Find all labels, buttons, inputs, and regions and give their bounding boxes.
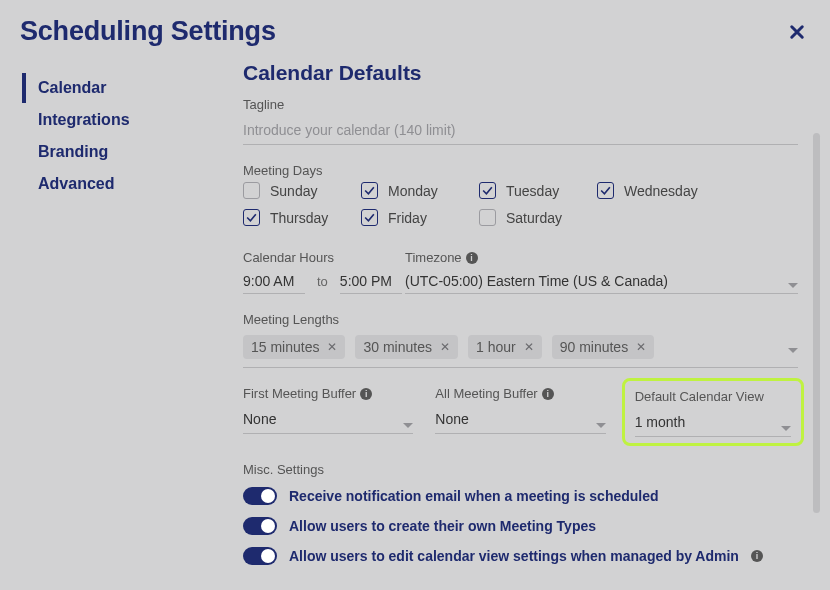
info-icon: i [466, 252, 478, 264]
misc-item-2: Allow users to edit calendar view settin… [243, 547, 798, 565]
chevron-down-icon [781, 426, 791, 431]
day-tuesday: Tuesday [479, 182, 597, 199]
checkbox-sunday[interactable] [243, 182, 260, 199]
chip-length-3: 90 minutes✕ [552, 335, 654, 359]
all-buffer-select[interactable]: None [435, 405, 605, 434]
tagline-input[interactable] [243, 116, 798, 145]
meeting-days-label: Meeting Days [243, 163, 798, 178]
day-label: Monday [388, 183, 438, 199]
chip-label: 15 minutes [251, 339, 319, 355]
day-saturday: Saturday [479, 209, 597, 226]
default-view-value: 1 month [635, 408, 791, 437]
meeting-days: Sunday Monday Tuesday Wednesday [243, 182, 798, 236]
chip-label: 30 minutes [363, 339, 431, 355]
first-buffer-select[interactable]: None [243, 405, 413, 434]
content-pane[interactable]: Calendar Defaults Tagline Meeting Days S… [229, 53, 826, 590]
scrollbar-thumb[interactable] [813, 133, 820, 513]
day-friday: Friday [361, 209, 479, 226]
day-sunday: Sunday [243, 182, 361, 199]
chevron-down-icon [596, 423, 606, 428]
meeting-lengths-label: Meeting Lengths [243, 312, 798, 327]
checkbox-thursday[interactable] [243, 209, 260, 226]
day-label: Saturday [506, 210, 562, 226]
hours-to-label: to [315, 274, 330, 293]
sidebar: Calendar Integrations Branding Advanced [4, 53, 229, 590]
sidebar-item-label: Branding [38, 143, 108, 160]
close-icon [788, 23, 806, 41]
timezone-label: Timezone i [405, 250, 798, 265]
sidebar-item-label: Calendar [38, 79, 106, 96]
chip-remove-icon[interactable]: ✕ [327, 340, 337, 354]
day-label: Wednesday [624, 183, 698, 199]
chip-length-2: 1 hour✕ [468, 335, 542, 359]
first-buffer-label: First Meeting Buffer i [243, 386, 413, 401]
misc-item-1: Allow users to create their own Meeting … [243, 517, 798, 535]
chip-remove-icon[interactable]: ✕ [440, 340, 450, 354]
chevron-down-icon [788, 283, 798, 288]
misc-label: Allow users to create their own Meeting … [289, 518, 596, 534]
section-title: Calendar Defaults [243, 61, 798, 85]
all-buffer-value: None [435, 405, 605, 434]
sidebar-item-integrations[interactable]: Integrations [22, 105, 219, 135]
modal-header: Scheduling Settings [4, 4, 826, 53]
toggle-notification-email[interactable] [243, 487, 277, 505]
chip-remove-icon[interactable]: ✕ [636, 340, 646, 354]
checkbox-tuesday[interactable] [479, 182, 496, 199]
day-monday: Monday [361, 182, 479, 199]
chip-remove-icon[interactable]: ✕ [524, 340, 534, 354]
calendar-hours-label: Calendar Hours [243, 250, 393, 265]
settings-modal: Scheduling Settings Calendar Integration… [0, 0, 830, 590]
chip-length-0: 15 minutes✕ [243, 335, 345, 359]
chevron-down-icon [403, 423, 413, 428]
sidebar-item-label: Integrations [38, 111, 130, 128]
misc-label: Allow users to edit calendar view settin… [289, 548, 739, 564]
toggle-user-meeting-types[interactable] [243, 517, 277, 535]
sidebar-item-branding[interactable]: Branding [22, 137, 219, 167]
day-label: Thursday [270, 210, 328, 226]
misc-label: Receive notification email when a meetin… [289, 488, 659, 504]
day-label: Tuesday [506, 183, 559, 199]
chevron-down-icon [788, 348, 798, 353]
default-view-select[interactable]: 1 month [635, 408, 791, 437]
sidebar-item-advanced[interactable]: Advanced [22, 169, 219, 199]
info-icon: i [360, 388, 372, 400]
hours-from-input[interactable] [243, 269, 305, 294]
day-label: Sunday [270, 183, 317, 199]
checkbox-saturday[interactable] [479, 209, 496, 226]
misc-settings-label: Misc. Settings [243, 462, 798, 477]
sidebar-item-label: Advanced [38, 175, 114, 192]
timezone-select[interactable]: (UTC-05:00) Eastern Time (US & Canada) [405, 269, 798, 294]
buffers-row: First Meeting Buffer i None All Meeting … [243, 386, 798, 440]
tagline-label: Tagline [243, 97, 798, 112]
toggle-user-calendar-view[interactable] [243, 547, 277, 565]
chip-label: 1 hour [476, 339, 516, 355]
meeting-lengths-select[interactable]: 15 minutes✕ 30 minutes✕ 1 hour✕ 90 minut… [243, 331, 798, 368]
chip-length-1: 30 minutes✕ [355, 335, 457, 359]
day-label: Friday [388, 210, 427, 226]
checkbox-monday[interactable] [361, 182, 378, 199]
info-icon: i [751, 550, 763, 562]
day-thursday: Thursday [243, 209, 361, 226]
close-button[interactable] [784, 19, 810, 45]
default-view-label: Default Calendar View [635, 389, 791, 404]
timezone-value: (UTC-05:00) Eastern Time (US & Canada) [405, 269, 798, 294]
hours-row: Calendar Hours to Timezone i [243, 250, 798, 294]
info-icon: i [542, 388, 554, 400]
chip-label: 90 minutes [560, 339, 628, 355]
misc-item-0: Receive notification email when a meetin… [243, 487, 798, 505]
all-buffer-label: All Meeting Buffer i [435, 386, 605, 401]
sidebar-item-calendar[interactable]: Calendar [22, 73, 219, 103]
day-wednesday: Wednesday [597, 182, 715, 199]
modal-body: Calendar Integrations Branding Advanced … [4, 53, 826, 590]
modal-title: Scheduling Settings [20, 16, 276, 47]
first-buffer-value: None [243, 405, 413, 434]
default-view-highlight: Default Calendar View 1 month [622, 378, 804, 446]
checkbox-friday[interactable] [361, 209, 378, 226]
hours-to-input[interactable] [340, 269, 402, 294]
checkbox-wednesday[interactable] [597, 182, 614, 199]
